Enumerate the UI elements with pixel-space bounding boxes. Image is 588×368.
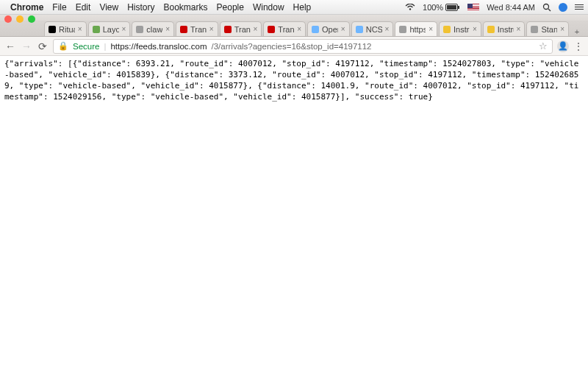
wifi-icon[interactable]	[405, 4, 415, 11]
menubar-item[interactable]: File	[52, 2, 66, 13]
forward-button: →	[21, 40, 32, 52]
close-tab-icon[interactable]: ×	[341, 25, 345, 33]
favicon-icon	[356, 26, 363, 33]
svg-rect-3	[458, 6, 459, 9]
tab-title: NCSU	[366, 25, 382, 34]
reload-button[interactable]: ⟳	[37, 40, 49, 52]
window-titlebar	[0, 15, 588, 21]
svg-line-5	[548, 9, 551, 11]
menubar-item[interactable]: Bookmarks	[164, 2, 208, 13]
browser-tab[interactable]: Transf×	[263, 21, 306, 36]
favicon-icon	[268, 26, 275, 33]
close-window-icon[interactable]	[4, 15, 12, 23]
close-tab-icon[interactable]: ×	[385, 25, 390, 33]
new-tab-button[interactable]: +	[570, 27, 584, 36]
menubar-item[interactable]: Help	[293, 2, 312, 13]
spotlight-icon[interactable]	[542, 3, 551, 12]
browser-tab[interactable]: Transf×	[176, 21, 218, 36]
url-path: /3/arrivals?agencies=16&stop_id=4197112	[211, 42, 371, 51]
back-button[interactable]: ←	[4, 40, 16, 52]
toolbar: ← → ⟳ 🔒 Secure | https://feeds.transloc.…	[0, 37, 588, 56]
status-dot-icon[interactable]	[559, 3, 567, 12]
svg-point-0	[409, 8, 411, 10]
favicon-icon	[224, 26, 232, 33]
close-tab-icon[interactable]: ×	[473, 25, 477, 33]
url-host: https://feeds.transloc.com	[110, 42, 207, 51]
browser-tab[interactable]: https:/×	[395, 21, 437, 36]
macos-menubar: Chrome File Edit View History Bookmarks …	[0, 0, 588, 15]
close-tab-icon[interactable]: ×	[122, 25, 126, 33]
tab-title: Instruc	[453, 25, 470, 34]
secure-label: Secure	[73, 42, 99, 51]
tab-title: https:/	[409, 25, 426, 34]
favicon-icon	[487, 26, 495, 33]
menubar-item[interactable]: Edit	[76, 2, 91, 13]
tab-title: Transf	[278, 25, 294, 34]
browser-tab[interactable]: OpenA×	[307, 21, 350, 36]
chrome-menu-icon[interactable]: ⋮	[573, 40, 584, 52]
favicon-icon	[49, 26, 56, 33]
menubar-item[interactable]: Window	[253, 2, 284, 13]
close-tab-icon[interactable]: ×	[209, 25, 214, 33]
tab-title: Transf	[234, 25, 251, 34]
notification-center-icon[interactable]	[575, 4, 584, 10]
favicon-icon	[443, 26, 451, 33]
menubar-item[interactable]: History	[127, 2, 154, 13]
tab-title: Transf	[190, 25, 207, 34]
minimize-window-icon[interactable]	[16, 15, 24, 23]
browser-tab[interactable]: Instruc×	[439, 21, 481, 36]
menubar-item[interactable]: People	[217, 2, 244, 13]
tab-title: Instruc	[498, 25, 514, 34]
address-bar[interactable]: 🔒 Secure | https://feeds.transloc.com/3/…	[53, 39, 553, 54]
lock-icon: 🔒	[58, 41, 68, 51]
close-tab-icon[interactable]: ×	[254, 25, 258, 33]
tab-title: Layout	[103, 25, 119, 34]
tab-title: clawbc	[146, 25, 162, 34]
menubar-app[interactable]: Chrome	[10, 2, 43, 13]
menubar-item[interactable]: View	[99, 2, 118, 13]
response-body: {"arrivals": [{"distance": 6393.21, "rou…	[0, 56, 588, 105]
close-tab-icon[interactable]: ×	[429, 25, 433, 33]
battery-icon[interactable]: 100%	[423, 3, 460, 12]
tab-title: Standa	[541, 25, 557, 34]
favicon-icon	[399, 26, 406, 33]
favicon-icon	[180, 26, 187, 33]
bookmark-star-icon[interactable]: ☆	[539, 40, 548, 52]
clock[interactable]: Wed 8:44 AM	[487, 3, 535, 12]
window-controls	[4, 15, 35, 23]
tab-title: Ritual	[59, 25, 75, 34]
tab-title: OpenA	[322, 25, 338, 34]
browser-tab[interactable]: Instruc×	[483, 21, 526, 36]
close-tab-icon[interactable]: ×	[297, 25, 301, 33]
input-flag-icon[interactable]	[467, 4, 479, 11]
close-tab-icon[interactable]: ×	[560, 25, 564, 33]
svg-point-4	[544, 4, 549, 9]
favicon-icon	[312, 26, 319, 33]
svg-rect-2	[447, 5, 456, 10]
profile-avatar-icon[interactable]: 👤	[557, 40, 569, 52]
fullscreen-window-icon[interactable]	[28, 15, 35, 23]
browser-tab[interactable]: Layout×	[88, 21, 131, 36]
favicon-icon	[93, 26, 100, 33]
close-tab-icon[interactable]: ×	[517, 25, 521, 33]
close-tab-icon[interactable]: ×	[165, 25, 170, 33]
browser-tab[interactable]: Ritual×	[44, 21, 87, 36]
favicon-icon	[136, 26, 143, 33]
browser-tab[interactable]: Transf×	[220, 21, 262, 36]
browser-tab[interactable]: NCSU×	[351, 21, 394, 36]
browser-tab[interactable]: clawbc×	[132, 21, 174, 36]
browser-tab[interactable]: Standa×	[526, 21, 569, 36]
tab-strip: Ritual×Layout×clawbc×Transf×Transf×Trans…	[0, 21, 588, 37]
favicon-icon	[531, 26, 538, 33]
close-tab-icon[interactable]: ×	[78, 25, 82, 33]
